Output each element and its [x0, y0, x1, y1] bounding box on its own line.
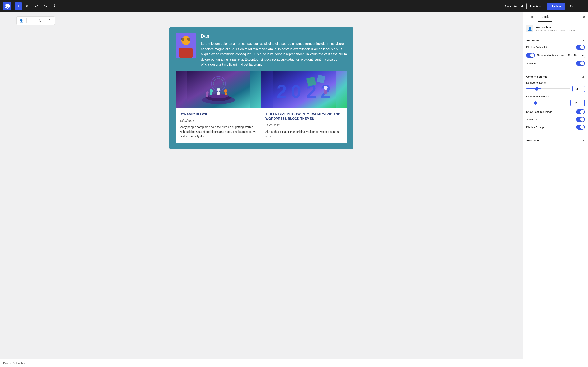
move-arrows-button[interactable]: ⇅ — [36, 17, 43, 24]
show-bio-label: Show Bio — [526, 62, 537, 65]
svg-point-4 — [210, 89, 213, 92]
show-avatar-toggle[interactable] — [526, 53, 535, 58]
post-thumbnail-2: 2 0 2 2 — [261, 71, 347, 108]
content-settings-body: Number of items 3 Number of Columns 2 — [523, 81, 588, 136]
content-settings-section: Content Settings ▲ Number of items 3 Num… — [523, 72, 588, 136]
show-avatar-row: Show avatar Avatar size 96 × 96 48 × 48 … — [526, 53, 585, 58]
settings-button[interactable]: ⚙ — [568, 2, 575, 10]
redo-button[interactable]: ↪ — [42, 2, 49, 10]
svg-point-21 — [324, 86, 328, 90]
preview-button[interactable]: Preview — [526, 3, 544, 9]
post-excerpt-2: Although a bit later than originally pla… — [265, 129, 343, 139]
author-text: Dan Lorem ipsum dolor sit amet, consecte… — [201, 33, 347, 67]
main-layout: 👤 ⠿ ⇅ ⋮ Dan Lorem ipsum dolor sit amet, … — [0, 12, 588, 359]
display-author-info-label: Display Author Info — [526, 46, 548, 49]
show-featured-image-toggle[interactable] — [576, 109, 585, 114]
toggle-knob-4 — [580, 110, 584, 114]
author-header: Dan Lorem ipsum dolor sit amet, consecte… — [176, 33, 347, 67]
block-info-description: An example block for Kinsta readers — [536, 29, 575, 32]
show-avatar-label: Show avatar — [536, 54, 551, 57]
more-block-options-button[interactable]: ⋮ — [46, 17, 53, 24]
display-excerpt-row: Display Excerpt — [526, 125, 585, 130]
display-author-info-row: Display Author Info — [526, 45, 585, 50]
svg-rect-9 — [225, 92, 227, 95]
author-info-section: Author Info ▲ Display Author Info — [523, 36, 588, 72]
block-type-button[interactable]: 👤 — [18, 17, 25, 24]
show-date-label: Show Date — [526, 118, 539, 121]
number-of-columns-slider[interactable] — [526, 103, 568, 103]
tab-block[interactable]: Block — [538, 12, 552, 22]
author-bio: Lorem ipsum dolor sit amet, consectetur … — [201, 41, 347, 67]
toggle-knob — [580, 45, 584, 49]
content-settings-header[interactable]: Content Settings ▲ — [523, 72, 588, 81]
edit-button[interactable]: ✏ — [24, 2, 31, 10]
undo-button[interactable]: ↩ — [33, 2, 40, 10]
show-bio-row: Show Bio — [526, 61, 585, 66]
toolbar-divider — [26, 18, 26, 23]
toggle-knob-5 — [580, 117, 584, 122]
show-bio-toggle[interactable] — [576, 61, 585, 66]
post-card-1: DYNAMIC BLOCKS 18/03/2022 Many people co… — [176, 71, 261, 143]
block-info-text: Author box An example block for Kinsta r… — [536, 25, 575, 32]
post-thumbnail-1 — [176, 71, 261, 108]
post-thumb-image-2: 2 0 2 2 — [261, 71, 347, 108]
author-info-title: Author Info — [526, 39, 540, 42]
author-info-body: Display Author Info Show avatar Avatar — [523, 45, 588, 72]
toolbar-divider-2 — [44, 18, 45, 23]
post-title-1[interactable]: DYNAMIC BLOCKS — [180, 112, 257, 117]
svg-rect-5 — [210, 92, 212, 95]
editor-area: 👤 ⠿ ⇅ ⋮ Dan Lorem ipsum dolor sit amet, … — [0, 12, 523, 359]
number-of-columns-label: Number of Columns — [526, 95, 585, 98]
top-toolbar: + ✏ ↩ ↪ ℹ ☰ Switch to draft Preview Upda… — [0, 0, 588, 12]
drag-handle[interactable]: ⠿ — [28, 17, 35, 24]
svg-rect-22 — [324, 90, 327, 94]
posts-grid: DYNAMIC BLOCKS 18/03/2022 Many people co… — [176, 71, 347, 143]
info-button[interactable]: ℹ — [51, 2, 58, 10]
author-box-block: Dan Lorem ipsum dolor sit amet, consecte… — [169, 27, 353, 149]
svg-rect-20 — [317, 75, 325, 83]
more-options-button[interactable]: ⋮ — [577, 2, 585, 10]
avatar-image — [176, 33, 196, 58]
breadcrumb-bar: Post › Author box — [0, 359, 588, 367]
number-of-items-input[interactable]: 3 — [572, 86, 585, 92]
breadcrumb-post[interactable]: Post — [3, 361, 9, 365]
switch-to-draft-button[interactable]: Switch to draft — [504, 4, 524, 8]
list-view-button[interactable]: ☰ — [60, 2, 67, 10]
svg-rect-11 — [207, 94, 208, 97]
tab-post[interactable]: Post — [526, 12, 538, 22]
update-button[interactable]: Update — [546, 3, 565, 9]
post-title-2[interactable]: A DEEP DIVE INTO TWENTY TWENTY-TWO AND W… — [265, 112, 343, 121]
right-sidebar: Post Block ✕ 👤 Author box An example blo… — [523, 12, 588, 359]
advanced-chevron: ▼ — [582, 139, 585, 142]
show-date-row: Show Date — [526, 117, 585, 122]
post-thumb-image-1 — [176, 71, 261, 108]
svg-point-8 — [224, 89, 227, 92]
display-excerpt-toggle[interactable] — [576, 125, 585, 130]
post-date-1: 18/03/2022 — [180, 119, 257, 122]
show-date-toggle[interactable] — [576, 117, 585, 122]
svg-text:2: 2 — [277, 81, 287, 102]
post-content-1: DYNAMIC BLOCKS 18/03/2022 Many people co… — [176, 108, 261, 143]
svg-text:0: 0 — [291, 81, 301, 102]
number-of-columns-input[interactable]: 2 — [571, 100, 585, 106]
post-date-2: 18/03/2022 — [265, 124, 343, 127]
avatar-size-label: Avatar size — [552, 54, 564, 57]
block-info-section: 👤 Author box An example block for Kinsta… — [523, 22, 588, 36]
avatar-size-select[interactable]: 96 × 96 48 × 48 128 × 128 — [565, 53, 585, 58]
toggle-knob-3 — [580, 61, 584, 66]
add-block-button[interactable]: + — [15, 2, 22, 10]
wp-logo[interactable] — [3, 2, 11, 10]
post-content-2: A DEEP DIVE INTO TWENTY TWENTY-TWO AND W… — [261, 108, 347, 143]
author-info-header[interactable]: Author Info ▲ — [523, 36, 588, 45]
number-of-columns-row: Number of Columns 2 — [526, 95, 585, 106]
display-excerpt-label: Display Excerpt — [526, 126, 545, 129]
content-settings-chevron: ▲ — [582, 75, 585, 78]
sidebar-close-button[interactable]: ✕ — [582, 15, 586, 19]
toggle-knob-2 — [530, 53, 534, 58]
display-author-info-toggle[interactable] — [576, 45, 585, 50]
content-settings-title: Content Settings — [526, 75, 547, 78]
number-of-items-label: Number of items — [526, 81, 585, 84]
author-name: Dan — [201, 33, 347, 39]
advanced-section[interactable]: Advanced ▼ — [523, 136, 588, 145]
number-of-items-slider[interactable] — [526, 89, 570, 89]
